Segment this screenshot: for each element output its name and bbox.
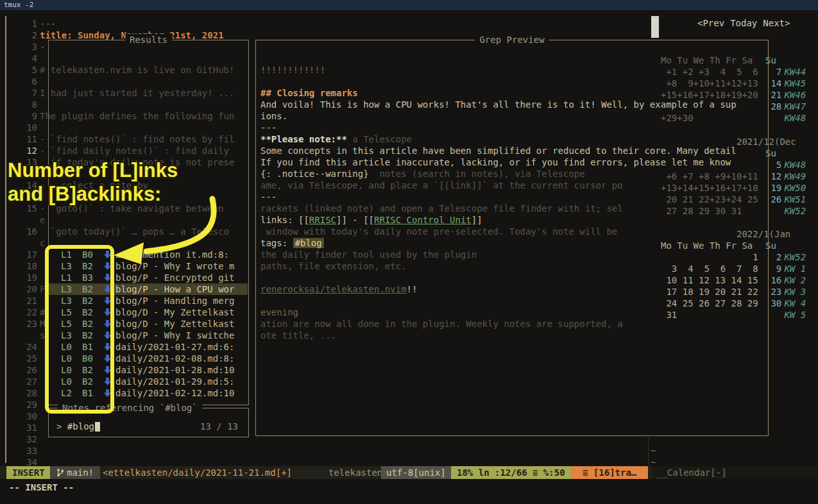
result-label: blog/P - Why I wrote m [115, 260, 234, 272]
search-query: #blog [67, 421, 94, 432]
preview-line [260, 272, 766, 283]
dim-bleed-text: a Telescope [347, 134, 412, 144]
preview-line: **Please note:** a Telescope [260, 133, 766, 145]
result-label: daily/2021-02-12.md:10 [115, 387, 234, 399]
preview-tags-line: tags: #blog [260, 237, 766, 249]
preview-divider: --- [260, 122, 766, 133]
statusline: INSERT main! <ettelkasten/daily/2021-11-… [0, 466, 652, 479]
text-cursor [95, 422, 100, 432]
annotation-highlight-box [45, 245, 114, 414]
preview-heading: ## Closing remarks [260, 87, 766, 99]
pane-border [5, 16, 6, 463]
cursor-position: 18% ln :12/66 ≡ %:50 [451, 466, 571, 479]
line-number-gutter: 1 2 3 4 5 6 7 8 9 10 11 13 14 15 16 17 1… [19, 18, 37, 468]
tmux-title-bar: tmux -2 [0, 0, 818, 10]
result-label: blog/D - My Zettelkast [115, 318, 234, 330]
result-label: daily/2021-02-08.md:8: [115, 353, 234, 364]
notice-tag: {: .notice--warning} [260, 169, 369, 179]
result-label: daily/2021-01-28.md:10 [115, 364, 234, 376]
results-window-title: Results [125, 34, 172, 46]
search-prompt[interactable]: > #blog [56, 421, 100, 432]
filename: <ettelkasten/daily/2021-11-21.md[+] [103, 466, 292, 479]
result-label: blog/P - Why I switche [115, 330, 234, 341]
calendar-next-button[interactable]: Next> [763, 17, 790, 29]
result-label: blog/P - Encrypted git [115, 272, 234, 283]
git-branch-icon [56, 468, 64, 477]
results-counter: 13 / 13 [200, 421, 238, 432]
encoding-indicator: utf-8[unix] [381, 466, 451, 479]
result-label: blog/P - How a CPU wor [115, 283, 234, 295]
calendar-prev-button[interactable]: <Prev [697, 17, 724, 29]
preview-line: Some concepts in this article have been … [260, 145, 766, 156]
bold-note-label: **Please note:** [260, 134, 347, 144]
links-label: links: [[ [260, 215, 309, 225]
preview-repo-line: renerocksai/telekasten.nvim!! [260, 283, 766, 295]
preview-line: ions. [260, 110, 766, 122]
preview-line: ation are now all done in the plugin. We… [260, 318, 766, 330]
preview-line: !!!!!!!!!!!! [260, 64, 766, 76]
repo-link: renerocksai/telekasten.nvim [260, 284, 407, 294]
preview-line: ote title, ... [260, 330, 766, 341]
calendar-november-weeks: KW44 KW45 KW46 KW47 KW48 [779, 55, 806, 124]
statusline-center: telekasten [328, 466, 382, 479]
tab-indicator: ≡ [16]tra… [571, 466, 648, 479]
window-separator-lower [648, 437, 649, 466]
cursor-line-number: 12 [19, 145, 37, 156]
preview-line: {: .notice--warning} notes (search in no… [260, 168, 766, 180]
links-close: ]] [472, 215, 482, 225]
preview-line: evening [260, 307, 766, 318]
links-separator: ]] - [[ [336, 215, 374, 225]
preview-line: ame, via Telescope, and place a `[[link]… [260, 180, 766, 191]
buffer-line-3: - [40, 41, 45, 53]
calendar-january-weeks: KW52 KW 1 KW 2 KW 3 KW 4 KW 5 [779, 240, 806, 321]
preview-links-line: links: [[RRISC]] - [[RRISC Control Unit]… [260, 214, 766, 226]
wiki-link: RRISC Control Unit [374, 215, 472, 225]
terminal-screen: tmux -2 1 2 3 4 5 6 7 8 9 10 11 13 14 15… [0, 0, 818, 504]
tag-highlight: #blog [293, 238, 324, 248]
result-label: blog/D - My Zettelkast [115, 307, 234, 318]
preview-line: the daily finder tool used by the plugin [260, 249, 766, 260]
preview-line: paths, file extension, etc. [260, 260, 766, 272]
window-separator [651, 16, 659, 38]
mode-indicator: INSERT [6, 466, 51, 479]
empty-line-tilde: ~ [651, 445, 656, 457]
preview-line: If you find this article inaccurate, lac… [260, 156, 766, 168]
annotation-line-2: and [B]acklinks: [8, 182, 178, 206]
buffer-line-1: --- [40, 18, 56, 29]
preview-line: And voila! This is how a CPU works! That… [260, 99, 766, 110]
prompt-prefix: > [56, 421, 67, 432]
preview-line: window with today's daily note pre-selec… [260, 226, 766, 237]
result-label: daily/2021-01-29.md:5: [115, 376, 234, 387]
dim-bleed-text: notes (search in notes), via Telescope [369, 169, 585, 179]
result-label: daily/2021-01-27.md:6: [115, 341, 234, 353]
calendar-today-button[interactable]: Today [730, 17, 757, 29]
result-label: blog/P - Handling merg [115, 295, 234, 307]
calendar-statusline: __Calendar[-] [652, 466, 818, 479]
repo-suffix: !! [407, 284, 418, 294]
preview-line: rackets (linked note) and open a Telesco… [260, 203, 766, 214]
tags-label: tags: [260, 238, 293, 248]
preview-line [260, 76, 766, 87]
annotation-text: Number of [L]inks and [B]acklinks: [8, 158, 178, 206]
result-label: … i mention it.md:8: [115, 249, 229, 260]
calendar-nav: <Prev Today Next> [697, 17, 790, 29]
calendar-december-weeks: KW48 KW49 KW50 KW51 KW52 [779, 147, 806, 217]
wiki-link: RRISC [309, 215, 336, 225]
preview-line [260, 295, 766, 307]
git-branch-name: main! [67, 466, 94, 479]
annotation-line-1: Number of [L]inks [8, 158, 178, 182]
preview-window-title: Grep Preview [475, 34, 549, 46]
mode-message: -- INSERT -- [9, 482, 74, 493]
preview-content: !!!!!!!!!!!! ## Closing remarks And voil… [260, 64, 766, 341]
git-branch: main! [50, 466, 100, 479]
preview-divider: --- [260, 191, 766, 203]
